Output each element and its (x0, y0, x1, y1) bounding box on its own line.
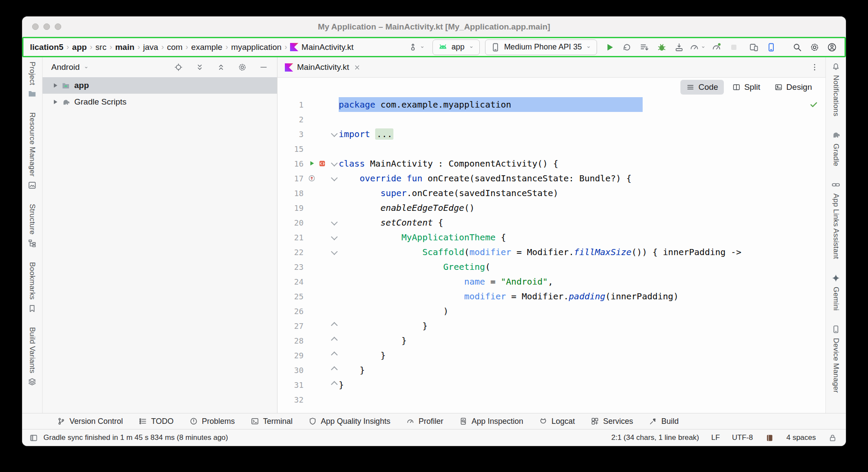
search-everywhere-button[interactable] (790, 40, 805, 55)
tool-stripe-notifications[interactable]: Notifications (831, 62, 841, 116)
code-text[interactable]: MyApplicationTheme { (339, 230, 825, 245)
minimize-window-button[interactable] (43, 23, 50, 30)
code-text[interactable]: Greeting( (339, 259, 825, 274)
status-message[interactable]: Gradle sync finished in 1 m 45 s 834 ms … (43, 433, 228, 442)
run-button[interactable] (602, 40, 617, 55)
window-layout-icon[interactable] (29, 433, 38, 442)
fold-marker-icon[interactable] (331, 160, 338, 167)
code-text[interactable]: ) (339, 304, 825, 318)
breadcrumb-item-example[interactable]: example (190, 42, 224, 52)
indent-widget[interactable]: 4 spaces (786, 433, 816, 442)
account-button[interactable] (825, 40, 839, 55)
run-icon[interactable] (307, 159, 316, 168)
chevron-right-icon[interactable] (54, 100, 57, 104)
lock-icon[interactable] (828, 433, 837, 442)
code-text[interactable] (339, 112, 825, 127)
fold-marker-icon[interactable] (331, 337, 338, 344)
breadcrumb-item-java[interactable]: java (142, 42, 160, 52)
tool-stripe-app-links-assistant[interactable]: App Links Assistant (831, 180, 841, 259)
tool-stripe-gradle[interactable]: Gradle (831, 130, 841, 166)
code-text[interactable]: } (339, 377, 825, 392)
breadcrumb-item-app[interactable]: app (71, 42, 88, 52)
chevron-right-icon[interactable] (54, 83, 57, 88)
tool-button-profiler[interactable]: Profiler (406, 417, 443, 426)
vcs-widget-button[interactable] (406, 42, 427, 52)
mode-code-button[interactable]: Code (680, 80, 723, 95)
code-editor[interactable]: 1package com.example.myapplication23impo… (277, 96, 825, 413)
tool-button-problems[interactable]: Problems (189, 417, 235, 426)
encoding-widget[interactable]: UTF-8 (732, 433, 753, 442)
tool-button-build[interactable]: Build (649, 417, 679, 426)
editor-tab-mainactivity[interactable]: MainActivity.kt (277, 57, 367, 77)
fold-marker-icon[interactable] (331, 248, 338, 255)
tool-button-services[interactable]: Services (591, 417, 633, 426)
breadcrumb-item-main[interactable]: main (114, 42, 135, 52)
run-configuration-select[interactable]: app (432, 39, 480, 55)
fold-marker-icon[interactable] (331, 219, 338, 226)
breadcrumb-item-src[interactable]: src (94, 42, 108, 52)
tool-stripe-resource-manager[interactable]: Resource Manager (27, 112, 37, 190)
attach-debugger-button[interactable] (672, 40, 686, 55)
code-text[interactable]: } (339, 318, 825, 333)
expand-all-button[interactable] (192, 60, 207, 75)
code-text[interactable]: setContent { (339, 215, 825, 230)
code-text[interactable]: } (339, 348, 825, 363)
breadcrumb-item-myapplication[interactable]: myapplication (230, 42, 283, 52)
apply-code-changes-button[interactable] (637, 40, 652, 55)
profiler-button[interactable] (689, 40, 706, 55)
breadcrumb-item-mainactivity-kt[interactable]: MainActivity.kt (289, 42, 355, 52)
code-text[interactable]: modifier = Modifier.padding(innerPadding… (339, 289, 825, 304)
mode-design-button[interactable]: Design (769, 80, 818, 95)
tree-item-app[interactable]: app (43, 77, 277, 94)
profile-app-button[interactable] (709, 40, 724, 55)
tool-stripe-gemini[interactable]: Gemini (831, 273, 841, 311)
select-opened-file-button[interactable] (171, 60, 186, 75)
hide-tool-window-button[interactable] (256, 60, 271, 75)
breadcrumb-item-com[interactable]: com (165, 42, 184, 52)
code-text[interactable]: super.onCreate(savedInstanceState) (339, 186, 825, 200)
tool-stripe-project[interactable]: Project (27, 62, 37, 98)
close-window-button[interactable] (32, 23, 39, 30)
fold-marker-icon[interactable] (331, 381, 338, 388)
settings-button[interactable] (807, 40, 822, 55)
device-select[interactable]: Medium Phone API 35 (485, 39, 597, 55)
code-text[interactable]: import ... (339, 127, 825, 141)
tool-stripe-build-variants[interactable]: Build Variants (27, 327, 37, 387)
mode-split-button[interactable]: Split (726, 80, 766, 95)
book-icon[interactable] (765, 433, 774, 442)
inspections-ok-icon[interactable] (809, 100, 818, 109)
code-text[interactable]: Scaffold(modifier = Modifier.fillMaxSize… (339, 245, 825, 259)
close-tab-icon[interactable] (353, 63, 361, 72)
code-text[interactable]: package com.example.myapplication (339, 97, 825, 112)
tool-window-options-button[interactable] (235, 60, 250, 75)
tree-item-gradle-scripts[interactable]: Gradle Scripts (43, 94, 277, 110)
fold-marker-icon[interactable] (331, 351, 338, 358)
apply-changes-button[interactable] (620, 40, 634, 55)
code-text[interactable]: class MainActivity : ComponentActivity()… (339, 156, 825, 171)
fold-marker-icon[interactable] (331, 322, 338, 329)
code-text[interactable]: } (339, 333, 825, 348)
mirror-device-button[interactable] (746, 40, 761, 55)
tool-button-app-inspection[interactable]: App Inspection (459, 417, 523, 426)
fold-marker-icon[interactable] (331, 233, 338, 240)
line-separator-widget[interactable]: LF (711, 433, 720, 442)
compose-icon[interactable] (318, 159, 327, 168)
fold-marker-icon[interactable] (331, 174, 338, 181)
zoom-window-button[interactable] (55, 23, 61, 30)
code-text[interactable]: override fun onCreate(savedInstanceState… (339, 171, 825, 186)
caret-position-widget[interactable]: 2:1 (34 chars, 1 line break) (611, 433, 699, 442)
code-text[interactable]: name = "Android", (339, 274, 825, 289)
code-text[interactable] (339, 392, 825, 407)
collapse-all-button[interactable] (214, 60, 228, 75)
overrides-icon[interactable] (307, 174, 316, 183)
code-text[interactable]: enableEdgeToEdge() (339, 200, 825, 215)
tool-button-todo[interactable]: TODO (139, 417, 174, 426)
tool-stripe-bookmarks[interactable]: Bookmarks (27, 262, 37, 313)
breadcrumb-item-lication5[interactable]: lication5 (29, 42, 65, 52)
code-text[interactable]: } (339, 363, 825, 377)
tool-button-terminal[interactable]: Terminal (251, 417, 293, 426)
running-devices-button[interactable] (764, 40, 779, 55)
tool-button-version-control[interactable]: Version Control (57, 417, 123, 426)
debug-button[interactable] (654, 40, 669, 55)
fold-marker-icon[interactable] (331, 130, 338, 137)
